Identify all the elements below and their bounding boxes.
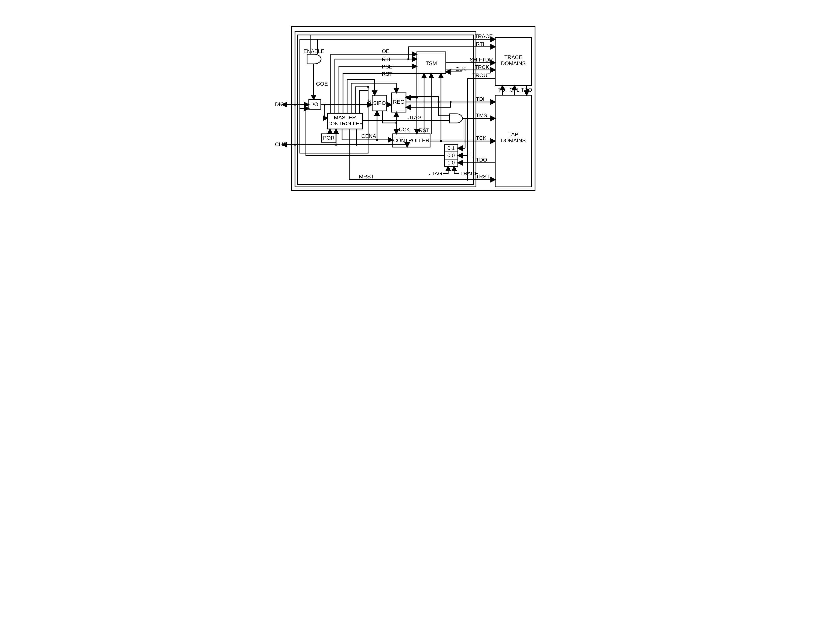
block-sipo: SIPO bbox=[373, 100, 386, 106]
signal-mrst: MRST bbox=[359, 173, 374, 179]
svg-point-17 bbox=[294, 144, 296, 146]
svg-point-13 bbox=[294, 104, 296, 106]
svg-point-12 bbox=[291, 104, 292, 106]
signal-jtag-sel: JTAG bbox=[429, 170, 442, 176]
signal-clk-left: CLK bbox=[275, 141, 285, 147]
signal-dio: DIO bbox=[275, 101, 284, 107]
block-diagram: TRACE DOMAINS TAP DOMAINS TDI CTL TDO EN… bbox=[258, 0, 566, 241]
signal-uck: UCK bbox=[399, 127, 410, 133]
svg-point-18 bbox=[297, 144, 298, 146]
svg-point-44 bbox=[395, 122, 397, 124]
trace-domains-line2: DOMAINS bbox=[501, 60, 526, 66]
signal-trout: TROUT bbox=[472, 72, 490, 78]
mux-row1: 0:0 bbox=[447, 152, 455, 158]
svg-point-16 bbox=[291, 144, 292, 146]
mux-row0: 0:1 bbox=[447, 145, 455, 151]
block-por: POR bbox=[323, 135, 335, 141]
signal-trace-sel: TRACE bbox=[460, 170, 478, 176]
trace-domains-line1: TRACE bbox=[504, 54, 523, 60]
signal-trst: TRST bbox=[476, 173, 490, 179]
signal-rst-top: RST bbox=[382, 71, 392, 77]
block-master-controller-l2: CONTROLLER bbox=[327, 121, 363, 127]
tap-domains-line1: TAP bbox=[508, 132, 518, 137]
svg-point-14 bbox=[297, 104, 298, 106]
block-master-controller-l1: MASTER bbox=[334, 115, 356, 121]
signal-rti-top: RTI bbox=[382, 57, 390, 63]
signal-trace: TRACE bbox=[475, 33, 493, 39]
signal-oe: OE bbox=[382, 48, 390, 54]
svg-point-67 bbox=[355, 144, 358, 146]
tap-domains-line2: DOMAINS bbox=[501, 137, 526, 143]
mux-row2: 1:0 bbox=[447, 159, 455, 166]
block-tsm: TSM bbox=[426, 60, 437, 66]
block-io: I/O bbox=[311, 101, 318, 107]
signal-jtag: JTAG bbox=[408, 115, 422, 121]
block-reg: REG bbox=[393, 99, 404, 105]
signal-clk-tsm: CLK bbox=[455, 66, 466, 72]
signal-rti-out: RTI bbox=[476, 41, 484, 47]
block-controller: CONTROLLER bbox=[393, 137, 429, 143]
signal-one: 1 bbox=[469, 152, 472, 158]
svg-point-45 bbox=[376, 139, 378, 141]
signal-tdi: TDI bbox=[476, 96, 484, 102]
svg-point-32 bbox=[367, 86, 369, 88]
signal-shiftdr: SHIFTDR bbox=[470, 57, 493, 63]
signal-cena: CENA bbox=[361, 133, 376, 139]
signal-pse: PSE bbox=[382, 64, 392, 70]
signal-trck: TRCK bbox=[475, 64, 489, 70]
signal-tck: TCK bbox=[476, 135, 487, 141]
signal-tdo: TDO bbox=[476, 157, 487, 163]
signal-enable: ENABLE bbox=[303, 48, 324, 54]
signal-tms: TMS bbox=[476, 112, 487, 118]
signal-in: IN bbox=[366, 98, 372, 104]
svg-point-31 bbox=[416, 97, 418, 99]
signal-goe: GOE bbox=[316, 81, 328, 87]
